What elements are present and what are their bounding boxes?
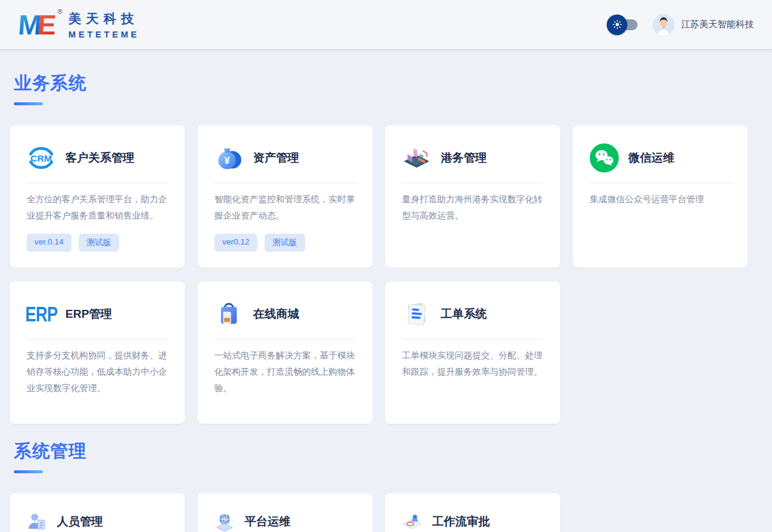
- card-divider: [402, 183, 543, 183]
- crm-icon: CRM: [27, 143, 56, 172]
- registered-trademark-symbol: ®: [58, 8, 62, 15]
- card-head: 工单系统: [402, 300, 543, 329]
- avatar: [653, 14, 675, 36]
- card-wechat-ops[interactable]: 微信运维 集成微信公众号运营平台管理: [573, 125, 748, 268]
- badge-row: ver.0.14 测试版: [27, 225, 168, 252]
- title-underline: [14, 102, 43, 105]
- logo-name-english: METETEME: [68, 30, 139, 39]
- version-badge: ver.0.14: [27, 234, 71, 252]
- card-work-order[interactable]: 工单系统 工单模块实现问题提交、分配、处理和跟踪，提升服务效率与协同管理。: [385, 281, 560, 424]
- card-title: 工作流审批: [432, 514, 490, 530]
- erp-icon: ERP: [27, 300, 56, 329]
- card-description: 智能化资产监控和管理系统，实时掌握企业资产动态。: [214, 191, 355, 224]
- badge-row: ver0.12 测试版: [214, 225, 355, 252]
- staff-icon: [27, 511, 47, 532]
- card-title: 平台运维: [245, 514, 291, 530]
- card-staff-management[interactable]: 人员管理: [10, 493, 185, 532]
- card-head: 在线商城: [214, 300, 355, 329]
- card-head: ¥ 资产管理: [214, 143, 355, 172]
- version-badge: ver0.12: [214, 234, 257, 252]
- user-account[interactable]: 江苏美天智能科技: [653, 14, 754, 36]
- svg-text:¥: ¥: [224, 155, 230, 166]
- platform-ops-icon: [214, 511, 235, 532]
- card-description: 工单模块实现问题提交、分配、处理和跟踪，提升服务效率与协同管理。: [402, 347, 543, 380]
- logo-letter-e: E: [37, 11, 56, 39]
- title-underline: [14, 470, 43, 473]
- card-divider: [590, 183, 731, 183]
- business-systems-grid: CRM 客户关系管理 全方位的客户关系管理平台，助力企业提升客户服务质量和销售业…: [10, 125, 748, 424]
- card-title: 在线商城: [253, 306, 299, 322]
- header-right: 江苏美天智能科技: [607, 14, 754, 36]
- card-description: 一站式电子商务解决方案，基于模块化架构开发，打造流畅的线上购物体验。: [214, 347, 355, 396]
- theme-toggle[interactable]: [607, 15, 638, 35]
- system-management-grid: 人员管理 平台运维: [10, 493, 748, 532]
- card-divider: [402, 339, 543, 340]
- card-crm[interactable]: CRM 客户关系管理 全方位的客户关系管理平台，助力企业提升客户服务质量和销售业…: [10, 125, 185, 268]
- card-head: 工作流审批: [402, 511, 543, 532]
- card-asset-management[interactable]: ¥ 资产管理 智能化资产监控和管理系统，实时掌握企业资产动态。 ver0.12 …: [197, 125, 372, 268]
- card-workflow-approval[interactable]: 工作流审批: [385, 493, 560, 532]
- online-mall-icon: [214, 300, 243, 329]
- port-icon: [402, 143, 431, 172]
- card-title: 工单系统: [441, 306, 487, 322]
- beta-badge: 测试版: [79, 234, 119, 252]
- card-title: 资产管理: [253, 150, 299, 166]
- card-title: 微信运维: [628, 150, 675, 166]
- user-company-name: 江苏美天智能科技: [681, 19, 754, 30]
- card-title: ERP管理: [65, 306, 112, 322]
- card-description: 全方位的客户关系管理平台，助力企业提升客户服务质量和销售业绩。: [27, 191, 168, 224]
- avatar-illustration: [653, 14, 675, 36]
- card-head: ERP ERP管理: [27, 300, 168, 329]
- card-description: 支持多分支机构协同，提供财务、进销存等核心功能，低成本助力中小企业实现数字化管理…: [27, 347, 168, 396]
- card-erp[interactable]: ERP ERP管理 支持多分支机构协同，提供财务、进销存等核心功能，低成本助力中…: [10, 281, 185, 424]
- card-divider: [27, 339, 168, 340]
- logo-mark: M E ®: [18, 11, 61, 39]
- card-head: CRM 客户关系管理: [27, 143, 168, 172]
- work-order-icon: [402, 300, 431, 329]
- section-title-system-management: 系统管理: [14, 439, 748, 464]
- card-platform-ops[interactable]: 平台运维: [197, 493, 372, 532]
- svg-text:CRM: CRM: [30, 153, 51, 163]
- card-divider: [214, 183, 355, 183]
- sun-icon: [612, 19, 623, 30]
- logo-name-chinese: 美天科技: [68, 10, 139, 27]
- wechat-icon: [590, 143, 619, 172]
- logo-text: 美天科技 METETEME: [68, 10, 139, 39]
- asset-money-bag-icon: ¥: [214, 143, 243, 172]
- card-divider: [214, 339, 355, 340]
- card-title: 港务管理: [441, 150, 487, 166]
- toggle-knob: [607, 15, 627, 35]
- card-description: 集成微信公众号运营平台管理: [590, 191, 731, 208]
- card-port-management[interactable]: 港务管理 量身打造助力海州港务实现数字化转型与高效运营。: [385, 125, 560, 268]
- beta-badge: 测试版: [265, 234, 305, 252]
- card-title: 人员管理: [57, 514, 103, 530]
- section-title-business-systems: 业务系统: [14, 71, 748, 96]
- company-logo[interactable]: M E ® 美天科技 METETEME: [18, 10, 139, 39]
- card-head: 平台运维: [214, 511, 355, 532]
- card-title: 客户关系管理: [65, 150, 134, 166]
- card-head: 微信运维: [590, 143, 731, 172]
- workflow-approval-icon: [402, 511, 423, 532]
- card-divider: [27, 183, 168, 183]
- card-head: 港务管理: [402, 143, 543, 172]
- card-online-mall[interactable]: 在线商城 一站式电子商务解决方案，基于模块化架构开发，打造流畅的线上购物体验。: [197, 281, 372, 424]
- main-content: 业务系统 CRM 客户关系管理 全方位的客户关系管理平台，助力企业提升客户服务质…: [0, 50, 772, 532]
- card-description: 量身打造助力海州港务实现数字化转型与高效运营。: [402, 191, 543, 224]
- top-bar: M E ® 美天科技 METETEME: [0, 0, 772, 50]
- card-head: 人员管理: [27, 511, 168, 532]
